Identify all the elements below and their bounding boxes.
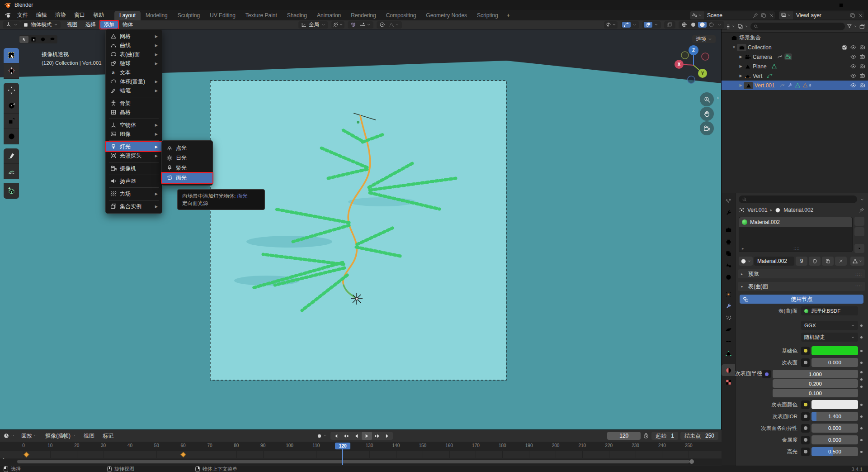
select-circle-button[interactable] [38, 36, 47, 43]
object-data-tab[interactable] [722, 347, 735, 359]
selectability-visibility-controls[interactable] [604, 21, 618, 29]
vector-value-field[interactable]: 0.200 [773, 379, 858, 388]
expander-icon[interactable]: ▼ [731, 45, 737, 49]
tool-tab[interactable] [722, 207, 735, 219]
workspace-tab-compositing[interactable]: Compositing [381, 11, 421, 20]
add-menu-item-光照探头[interactable]: 光照探头▶ [106, 151, 162, 160]
preview-panel-header[interactable]: ▸预览:::: [738, 269, 865, 278]
viewport-menu-视图[interactable]: 视图 [63, 21, 81, 29]
remove-slot-button[interactable] [854, 227, 864, 236]
pin-icon[interactable] [859, 207, 864, 213]
new-scene-icon[interactable] [761, 13, 766, 18]
physics-tab[interactable] [722, 324, 735, 335]
scale-tool[interactable] [4, 114, 19, 129]
decorator-dot[interactable] [858, 386, 864, 388]
snap-target-selector[interactable] [358, 22, 372, 28]
add-menu-item-晶格[interactable]: 晶格 [106, 108, 162, 117]
shader-field[interactable]: 原理化BSDF [801, 306, 858, 315]
decorator-dot[interactable] [858, 324, 864, 327]
view-layer-browse-button[interactable] [779, 11, 793, 19]
expander-icon[interactable]: ▶ [738, 55, 744, 59]
move-tool[interactable] [4, 83, 19, 98]
new-collection-icon[interactable] [859, 24, 865, 29]
jump-to-end-button[interactable] [382, 432, 393, 440]
overlays-dropdown[interactable] [653, 23, 660, 27]
workspace-tab-layout[interactable]: Layout [114, 11, 141, 20]
options-button[interactable]: 选项 [692, 35, 716, 43]
decorator-dot[interactable] [858, 427, 864, 429]
stopwatch-icon[interactable] [643, 433, 649, 439]
annotate-tool[interactable] [4, 148, 19, 164]
material-tab[interactable] [722, 364, 735, 376]
snap-toggle[interactable] [349, 22, 358, 28]
unlink-material-button[interactable] [835, 257, 847, 266]
outliner-row-Camera[interactable]: ▶Camera [722, 52, 868, 62]
add-workspace-button[interactable]: + [503, 11, 514, 20]
pivot-point-selector[interactable] [331, 21, 344, 29]
decorator-dot[interactable] [858, 336, 864, 339]
dropdown-GGX[interactable]: GGX [801, 321, 858, 330]
display-mode-icon[interactable] [737, 24, 743, 29]
gizmo-neg-y-axis[interactable] [681, 52, 689, 59]
object-tab[interactable] [722, 288, 735, 300]
workspace-tab-shading[interactable]: Shading [282, 11, 312, 20]
decorator-dot[interactable] [858, 378, 864, 381]
light-menu-item-面光[interactable]: 面光 [162, 173, 212, 183]
show-overlays-toggle[interactable] [644, 22, 652, 28]
camera-view-button[interactable] [700, 121, 714, 135]
workspace-tab-sculpting[interactable]: Sculpting [173, 11, 205, 20]
hide-viewport-icon[interactable] [850, 73, 856, 79]
shading-dropdown[interactable] [716, 23, 723, 27]
timeline-menu-回放[interactable]: 回放 [18, 432, 41, 440]
navigation-gizmo[interactable]: Z X Y [673, 44, 714, 86]
outliner-row-Collection[interactable]: ▼Collection [722, 43, 868, 52]
playhead[interactable] [342, 449, 343, 465]
timeline-editor-icon[interactable] [3, 433, 9, 439]
menu-编辑[interactable]: 编辑 [32, 10, 51, 20]
expander-icon[interactable]: ▶ [738, 64, 744, 68]
measure-tool[interactable] [4, 164, 19, 179]
shading-material-button[interactable] [698, 22, 707, 28]
timeline-track[interactable] [0, 451, 722, 458]
decorator-dot[interactable] [858, 415, 864, 418]
add-menu-item-体积(音量)[interactable]: 体积(音量)▶ [106, 77, 162, 86]
texture-tab[interactable] [722, 376, 735, 388]
menu-帮助[interactable]: 帮助 [89, 10, 108, 20]
add-cube-tool[interactable] [4, 183, 19, 199]
copy-material-button[interactable] [822, 257, 834, 266]
decorator-dot[interactable] [858, 439, 864, 441]
hide-viewport-icon[interactable] [850, 54, 856, 60]
expander-icon[interactable]: ▶ [738, 74, 744, 78]
fake-user-button[interactable] [809, 257, 821, 266]
value-field[interactable]: 0.000 [811, 358, 858, 367]
show-gizmo-toggle[interactable] [622, 22, 631, 28]
hide-viewport-icon[interactable] [850, 63, 856, 69]
world-tab[interactable] [722, 271, 735, 283]
proportional-edit-toggle[interactable] [378, 22, 387, 28]
jump-to-start-button[interactable] [330, 432, 341, 440]
particles-tab[interactable] [722, 312, 735, 324]
properties-search-input[interactable] [739, 195, 857, 203]
chevron-down-icon[interactable] [11, 434, 14, 438]
frame-start-field[interactable]: 起始1 [651, 432, 678, 440]
keyframe-diamond[interactable] [180, 452, 186, 458]
outliner-row-场景集合[interactable]: 场景集合 [722, 33, 868, 43]
gizmo-neg-z-axis[interactable] [688, 76, 695, 83]
disable-render-icon[interactable] [859, 82, 865, 88]
decorator-dot[interactable] [858, 371, 864, 373]
chevron-down-icon[interactable] [860, 197, 864, 202]
users-count-button[interactable]: 9 [796, 257, 807, 266]
gizmo-dropdown[interactable] [631, 23, 638, 27]
scrollbar-handle[interactable] [689, 459, 694, 464]
sidebar-collapse-icon[interactable]: ‹ [717, 94, 719, 101]
add-menu-item-网格[interactable]: 网格▶ [106, 32, 162, 41]
render-tab[interactable] [722, 224, 735, 236]
light-menu-item-聚光[interactable]: 聚光 [162, 163, 212, 173]
decorator-dot[interactable] [858, 451, 864, 453]
socket-toggle[interactable] [762, 370, 771, 378]
timeline-scrollbar[interactable] [0, 459, 722, 465]
expander-icon[interactable]: ▶ [738, 83, 744, 87]
modifiers-tab[interactable] [722, 300, 735, 312]
light-menu-item-点光[interactable]: 点光 [162, 143, 212, 153]
value-field[interactable]: 0.000 [811, 435, 858, 444]
